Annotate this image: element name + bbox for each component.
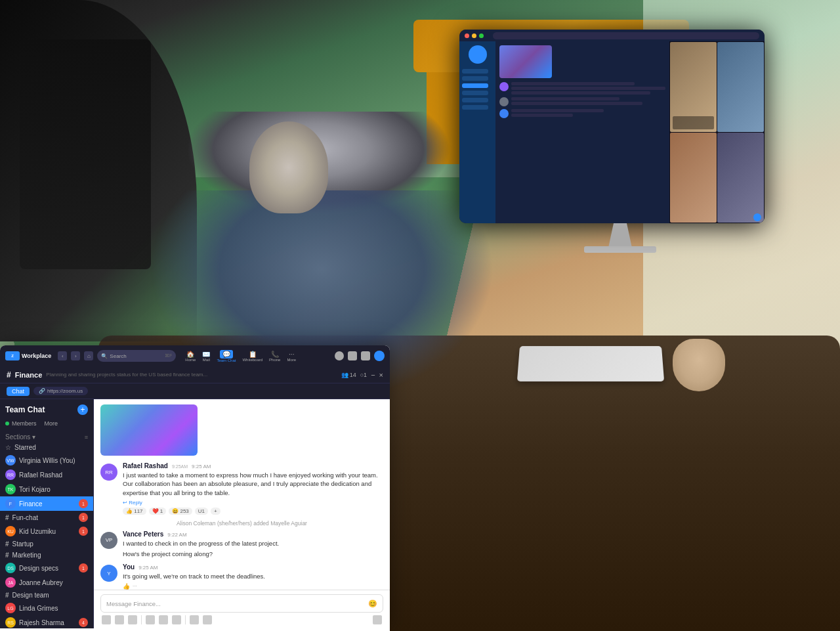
member-count: 👥 14 (341, 372, 356, 378)
marketing-name: Marketing (12, 552, 88, 559)
rajesh-name: Rajesh Sharma (19, 619, 75, 626)
funchat-hash: # (5, 514, 9, 521)
tab-chat[interactable]: Chat (7, 387, 30, 396)
user-avatar[interactable] (374, 351, 385, 361)
reaction-heart[interactable]: ❤️ 1 (149, 508, 167, 515)
filter-icon[interactable]: ≡ (85, 434, 88, 441)
toolbar-separator-1 (141, 615, 142, 624)
rafael-name: Rafael Rashad (19, 471, 88, 479)
sidebar-item-design-team[interactable]: # Design team (0, 590, 93, 601)
sidebar-item-rajesh[interactable]: RS Rajesh Sharma 4 (0, 615, 93, 628)
sidebar-item-kid[interactable]: KU Kid Uzumiku 1 (0, 524, 93, 538)
reaction-thumbs[interactable]: 👍 117 (123, 508, 146, 515)
startup-name: Startup (12, 540, 88, 548)
system-message: Alison Coleman (she/her/hers) added Maye… (100, 520, 383, 527)
nav-mail[interactable]: ✉️ Mail (202, 351, 210, 362)
sidebar-item-tori[interactable]: TK Tori Kojaro (0, 482, 93, 496)
rafael-msg-text: I just wanted to take a moment to expres… (123, 471, 383, 497)
startup-hash: # (5, 540, 9, 548)
vance-msg-content: Vance Peters 9:22 AM I wanted to check i… (123, 531, 383, 559)
minimize-button[interactable]: − (371, 371, 375, 379)
calendar-icon[interactable] (348, 351, 357, 360)
design-specs-badge: 1 (79, 563, 88, 573)
channel-hash: # (7, 370, 11, 380)
sidebar-item-design-specs[interactable]: DS Design specs 1 (0, 561, 93, 575)
reply-button[interactable]: ↩ Reply (123, 500, 142, 506)
sidebar-header: Team Chat + (0, 399, 93, 418)
nav-home[interactable]: 🏠 Home (185, 351, 196, 362)
file-button[interactable] (146, 615, 155, 624)
nav-back-button[interactable]: ‹ (58, 351, 67, 360)
reaction-u1[interactable]: U1 (195, 508, 208, 515)
like-icon[interactable]: 👍 (123, 583, 130, 590)
sidebar-item-virginia[interactable]: VW Virginia Willis (You) (0, 453, 93, 468)
sidebar-item-marketing[interactable]: # Marketing (0, 550, 93, 561)
you-msg-header-1: You 9:25 AM (123, 563, 383, 571)
camera-button[interactable] (159, 615, 168, 624)
app-topbar: Z Workplace ‹ › ⌂ 🔍 Search ⌘F 🏠 Home ✉️ … (0, 345, 390, 366)
bell-icon[interactable] (335, 351, 344, 360)
preview-image (100, 404, 198, 456)
emoji-button[interactable]: 😊 (368, 599, 377, 608)
sidebar-item-starred[interactable]: ☆ Starred (0, 442, 93, 453)
link-icon: 🔗 (39, 388, 45, 394)
rafael-reactions: 👍 117 ❤️ 1 😄 253 U1 + (123, 508, 383, 515)
vance-msg-header: Vance Peters 9:22 AM (123, 531, 383, 538)
nav-phone[interactable]: 📞 Phone (269, 351, 280, 362)
sidebar-item-startup[interactable]: # Startup (0, 538, 93, 550)
nav-forward-button[interactable]: › (71, 351, 80, 360)
sidebar-item-funchat[interactable]: # Fun-chat 1 (0, 511, 93, 524)
funchat-name: Fun-chat (12, 514, 75, 521)
chat-messages: RR Rafael Rashad 9:25AM 9:25 AM I just w… (94, 399, 390, 590)
rafael-msg-content: Rafael Rashad 9:25AM 9:25 AM I just want… (123, 462, 383, 515)
reaction-plus[interactable]: + (211, 508, 220, 515)
search-bar[interactable]: 🔍 Search ⌘F (97, 350, 176, 362)
sections-header[interactable]: Sections ▾ ≡ (0, 429, 93, 442)
you-msg-text-1: It's going well, we're on track to meet … (123, 572, 383, 580)
format-button[interactable] (102, 615, 111, 624)
you-msg-content-1: You 9:25 AM It's going well, we're on tr… (123, 563, 383, 589)
online-indicator (5, 422, 9, 425)
mention-button[interactable] (203, 615, 212, 624)
linda-name: Linda Grimes (19, 605, 88, 612)
funchat-badge: 1 (79, 513, 88, 522)
chat-input-box[interactable]: Message Finance... 😊 (100, 594, 383, 613)
logo-text: Workplace (22, 353, 51, 359)
you-msg-time-1: 9:25 AM (138, 565, 158, 571)
action-count: ○1 (360, 372, 367, 378)
gif-button[interactable] (128, 615, 137, 624)
code-button[interactable] (190, 615, 199, 624)
nav-more[interactable]: ··· More (287, 351, 296, 362)
reaction-smile[interactable]: 😄 253 (169, 508, 192, 515)
link-pill[interactable]: 🔗 https://zoom.us (33, 387, 88, 395)
more-toolbar-button[interactable] (373, 615, 382, 624)
pencil-icon[interactable] (361, 351, 370, 360)
sidebar-item-rafael[interactable]: RR Rafael Rashad (0, 468, 93, 482)
kid-badge: 1 (79, 527, 88, 536)
more-reactions-icon[interactable]: ··· (133, 583, 137, 589)
app-window: Z Workplace ‹ › ⌂ 🔍 Search ⌘F 🏠 Home ✉️ … (0, 345, 390, 631)
you-avatar-1: Y (100, 565, 117, 582)
rafael-msg-header: Rafael Rashad 9:25AM 9:25 AM (123, 462, 383, 469)
joanne-name: Joanne Aubrey (19, 579, 88, 586)
nav-home-button[interactable]: ⌂ (84, 351, 93, 360)
star-icon: ☆ (5, 444, 11, 451)
screen-button[interactable] (172, 615, 181, 624)
app-body: Team Chat + Members More Sections ▾ ≡ ☆ … (0, 399, 390, 628)
rafael-msg-time: 9:25 AM (192, 464, 211, 469)
vance-msg-text-2: How's the project coming along? (123, 550, 383, 558)
nav-whiteboard[interactable]: 📋 Whiteboard (242, 351, 262, 362)
emoji-toolbar-button[interactable] (115, 615, 124, 624)
kid-avatar: KU (5, 526, 16, 536)
toolbar-separator-2 (185, 615, 186, 624)
sections-label: Sections ▾ (5, 433, 35, 441)
vance-msg-author: Vance Peters (123, 531, 163, 538)
add-channel-button[interactable]: + (77, 404, 88, 415)
sidebar-item-linda[interactable]: LG Linda Grimes (0, 601, 93, 615)
nav-team-chat[interactable]: 💬 Team Chat (217, 350, 236, 362)
sidebar-item-finance[interactable]: F Finance 1 (0, 496, 93, 511)
virginia-name: Virginia Willis (You) (19, 457, 88, 464)
close-button[interactable]: × (379, 371, 383, 379)
channel-header: # Finance Planning and sharing projects … (0, 366, 390, 383)
sidebar-item-joanne[interactable]: JA Joanne Aubrey (0, 575, 93, 590)
